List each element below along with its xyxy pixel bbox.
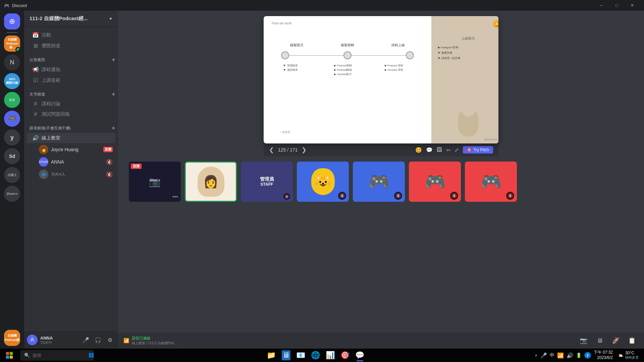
admin-thumb[interactable]: 管理員 STAFF 🔇 [241,162,293,202]
slide-right-content: 上線當天 ▶ Instagram宣傳 ▶ 臉書宣傳 ▶ 請來買一起宣傳 [438,23,498,61]
activity-button[interactable]: 🚀 [609,334,623,347]
channel-sidebar: 111-2 自媒體Podcast經... ▼ 📅 活動 ⊞ 瀏覽頻道 公告資訊 … [24,11,118,349]
camera-toggle-button[interactable]: 📷 [577,334,590,347]
slide-credit: @joycahan.co [484,138,498,141]
taskbar-clock[interactable]: 下午 07:32 2023/6/2 [594,350,613,360]
weather-desc: 晴時多雲 [625,355,639,360]
server-name-header[interactable]: 111-2 自媒體Podcast經... ▼ [24,11,118,27]
start-button[interactable] [3,349,16,362]
taskbar-discord-app[interactable]: 💬 [353,349,367,362]
windows-logo-icon [6,352,13,359]
screen-share-button[interactable]: 🖥 [593,334,606,347]
online-classroom-channel[interactable]: 🔊 線上教室 [27,133,115,143]
microphone-icon[interactable]: 🎤 [540,352,547,359]
chat-tool[interactable]: 💬 [426,147,433,153]
server-icon-seo[interactable]: SEO網路行銷 [4,73,20,89]
svg-rect-1 [10,352,13,355]
screen-share-thumb[interactable]: 直播 📷 ••• [129,162,181,202]
taskbar-chrome-app[interactable]: 🌐 [309,349,322,362]
server-icon-build[interactable]: 試建立 [4,167,20,183]
user-info: ANNA TGIF!!! [40,336,78,345]
add-text-channel-button[interactable]: + [112,91,115,97]
weather-widget[interactable]: ⛅ 30°C 晴時多雲 [615,351,641,360]
user-status: TGIF!!! [40,341,78,345]
taskbar-app1[interactable]: 🎯 [338,349,352,362]
back-tool[interactable]: ⇦ [446,147,450,153]
events-icon: 📅 [32,32,39,38]
vase-top [462,103,475,117]
screen-more-options[interactable]: ••• [172,194,178,200]
dot3 [406,51,414,59]
try-pitch-icon: 🎯 [467,147,472,152]
anna-mute-icon: 🔇 [106,159,113,165]
issues-channel[interactable]: # 測試問題回報 [27,109,115,119]
mascot-body: 😺 [311,168,335,195]
slide-right-items: ▶ Instagram宣傳 ▶ 臉書宣傳 ▶ 請來買一起宣傳 [438,45,498,61]
taskbar-desktop-app[interactable]: 🖥 [279,349,293,362]
image-tool[interactable]: 🖼 [437,147,442,153]
discord-blue-thumb[interactable]: 🎮 🔇 [353,162,405,202]
clip-button[interactable]: 📋 [625,334,639,347]
slide-prev-page: 一刻官室 [280,130,431,134]
add-voice-channel-button[interactable]: + [112,125,115,131]
server-icon-green[interactable]: 頻道 [4,92,20,108]
discord-red-thumb1[interactable]: 🎮 🔇 [409,162,461,202]
slide-next-button[interactable]: ❯ [302,146,307,154]
category-voice[interactable]: 語音頻道(不會互相干擾) + [24,120,118,132]
voice-controls-bar: 📶 語音已連線 線上教室 / 111-2 自媒體Pod... 📷 🖥 🚀 📋 [118,333,644,349]
server-icon-bottom[interactable]: 自媒體Podcast經 [4,330,20,346]
settings-button[interactable]: ⚙ [105,335,115,345]
taskbar-right: ∧ 🎤 中 📶 🔊 🔋 3 下午 07:32 2023/6/2 ⛅ 30°C 晴… [535,350,641,360]
taskbar-search-input[interactable] [33,353,86,358]
deafen-button[interactable]: 🎧 [93,335,103,345]
taskbar-outlook-app[interactable]: 📧 [294,349,308,362]
class-rules-channel[interactable]: ☑ 上課規範 [27,75,115,85]
user-avatar: A [27,335,38,345]
wifi-icon[interactable]: 📶 [557,352,564,359]
discord-red-thumb2[interactable]: 🎮 🔇 [465,162,517,202]
course-notice-channel[interactable]: 📢 課程通知 [27,64,115,75]
volume-icon[interactable]: 🔊 [567,352,573,359]
mascot-thumb[interactable]: 😺 🔇 [297,162,349,202]
category-text[interactable]: 文字頻道 + [24,86,118,99]
try-pitch-button[interactable]: 🎯 Try Pitch [463,146,493,154]
voice-user-joyce[interactable]: 👩 Joyce Huang 直播 [27,143,115,156]
server-icon-sd[interactable]: Sd [4,148,20,164]
battery-icon[interactable]: 🔋 [576,353,582,358]
voice-user-others[interactable]: 🌐 另外4人 🔇 [27,168,115,180]
events-channel[interactable]: 📅 活動 [27,30,115,40]
server-icon-discord2[interactable]: 🎮 [4,111,20,127]
taskbar-excel-app[interactable]: 📊 [324,349,337,362]
server-icon-podcast[interactable]: 自媒體Podcast經... [4,36,20,52]
slide-prev-button[interactable]: ❮ [269,146,274,154]
notification-dot [15,47,20,52]
server-icon-notion[interactable]: N [4,54,20,70]
battery-indicator: 3 [584,352,591,359]
server-icon-sswo[interactable]: 的ssw:o [4,186,20,202]
mute-button[interactable]: 🎤 [80,335,91,345]
add-channel-button[interactable]: + [112,57,115,63]
server-icon-y[interactable]: y [4,129,20,145]
discord-blue-mute-icon: 🔇 [394,192,402,200]
lang-indicator[interactable]: 中 [550,352,554,358]
fullscreen-tool[interactable]: ⤢ [454,147,459,153]
voice-user-anna[interactable]: STAFF ANNA 🔇 [27,156,115,168]
slide-right-item-3: ▶ 請來買一起宣傳 [438,56,498,61]
browse-channels[interactable]: ⊞ 瀏覽頻道 [27,41,115,51]
category-announcement[interactable]: 公告資訊 + [24,51,118,64]
slide-nav-center: ❮ 125 / 171 ❯ [269,146,307,154]
taskbar-search-bar[interactable]: 🔍 🅱 [20,350,94,361]
chevron-up-icon[interactable]: ∧ [535,353,538,358]
minimize-button[interactable]: ─ [594,0,609,11]
taskbar-files-app[interactable]: 📁 [265,349,278,362]
screen-live-tag: 直播 [131,164,142,169]
maximize-button[interactable]: □ [609,0,625,11]
close-button[interactable]: ✕ [625,0,640,11]
joyce-thumb[interactable]: 👩 [185,162,237,202]
step2-desc-2: ▶ Podcast轉成 [334,68,361,72]
discussion-label: 課程討論 [42,101,60,107]
discussion-channel[interactable]: # 課程討論 [27,99,115,109]
emoji-tool[interactable]: 😊 [415,147,422,153]
discord-home-button[interactable]: ⊕ [4,13,20,29]
date-display: 2023/6/2 [594,355,613,361]
